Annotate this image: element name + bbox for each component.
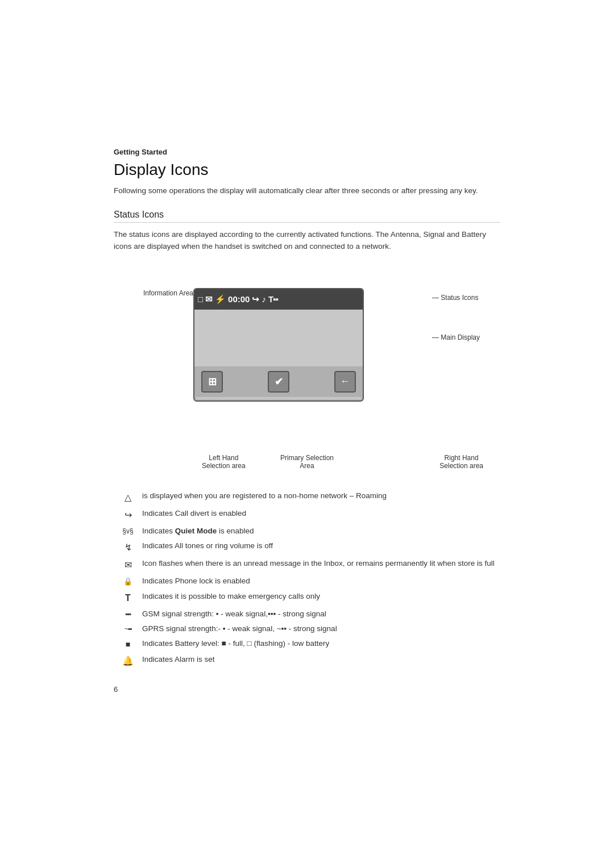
status-bar-icon-note: ♪ [262,294,266,304]
subsection-title: Status Icons [114,210,500,223]
label-right-hand: Right HandSelection area [439,454,483,470]
gprs-signal-icon: ~▪▪ [114,623,142,634]
label-main-display: — Main Display [432,333,495,341]
label-status-icons: — Status Icons [432,294,495,302]
list-item: ▪▪▪ GSM signal strength: ▪ - weak signal… [114,608,500,620]
alarm-desc: Indicates Alarm is set [142,654,500,665]
list-item: 🔒 Indicates Phone lock is enabled [114,575,500,587]
alarm-icon: 🔔 [114,654,142,668]
intro-text: Following some operations the display wi… [114,185,500,197]
status-bar-icon-box: □ [198,294,203,304]
quiet-mode-desc: Indicates Quiet Mode is enabled [142,525,500,537]
list-item: ~▪▪ GPRS signal strength:- ▪ - weak sign… [114,623,500,635]
label-left-hand: Left HandSelection area [202,454,246,470]
page-title: Display Icons [114,161,500,179]
list-item: ■ Indicates Battery level: ■ - full, □ (… [114,638,500,650]
status-bar-icon-divert: ↪ [252,294,259,304]
label-information-area: Information Area [119,289,193,297]
page: Getting Started Display Icons Following … [0,0,614,739]
diagram: Information Area — Status Icons — Main D… [119,265,495,470]
list-item: ↪ Indicates Call divert is enabled [114,508,500,522]
status-description: The status icons are displayed according… [114,228,500,253]
bottom-buttons: ⊞ ✔ ← [194,366,363,397]
section-label: Getting Started [114,148,500,156]
quiet-mode-icon: §v§ [114,525,142,536]
main-display [194,310,363,366]
status-bar: □ ✉ ⚡ 00:00 ↪ ♪ T▪▪ [194,289,363,310]
status-bar-icon-mail: ✉ [205,294,213,304]
icon-list: △ is displayed when you are registered t… [114,490,500,668]
list-item: §v§ Indicates Quiet Mode is enabled [114,525,500,537]
status-bar-clock: 00:00 [228,294,250,304]
mute-desc: Indicates All tones or ring volume is of… [142,540,500,552]
list-item: 🔔 Indicates Alarm is set [114,654,500,668]
divert-desc: Indicates Call divert is enabled [142,508,500,519]
list-item: ✉ Icon flashes when there is an unread m… [114,558,500,572]
phone-lock-icon: 🔒 [114,575,142,587]
label-primary-selection: Primary SelectionArea [280,454,334,470]
list-item: ↯ Indicates All tones or ring volume is … [114,540,500,554]
gsm-signal-desc: GSM signal strength: ▪ - weak signal,▪▪▪… [142,608,500,620]
page-number: 6 [114,685,500,694]
emergency-icon: T [114,591,142,605]
gsm-signal-icon: ▪▪▪ [114,608,142,619]
left-selection-button[interactable]: ⊞ [201,371,223,393]
message-desc: Icon flashes when there is an unread mes… [142,558,500,569]
right-selection-button[interactable]: ← [334,371,356,393]
list-item: △ is displayed when you are registered t… [114,490,500,504]
message-icon: ✉ [114,558,142,572]
phone-screen: □ ✉ ⚡ 00:00 ↪ ♪ T▪▪ ⊞ ✔ ← [193,265,364,402]
mute-icon: ↯ [114,540,142,554]
roaming-desc: is displayed when you are registered to … [142,490,500,502]
battery-desc: Indicates Battery level: ■ - full, □ (fl… [142,638,500,649]
status-bar-icon-signal: T▪▪ [268,294,278,304]
primary-selection-button[interactable]: ✔ [268,371,289,393]
list-item: T Indicates it is possible to make emerg… [114,591,500,605]
battery-icon: ■ [114,638,142,650]
roaming-icon: △ [114,490,142,504]
emergency-desc: Indicates it is possible to make emergen… [142,591,500,602]
phone-lock-desc: Indicates Phone lock is enabled [142,575,500,587]
gprs-signal-desc: GPRS signal strength:- ▪ - weak signal, … [142,623,500,635]
divert-icon: ↪ [114,508,142,522]
status-bar-icon-bolt: ⚡ [215,294,226,304]
